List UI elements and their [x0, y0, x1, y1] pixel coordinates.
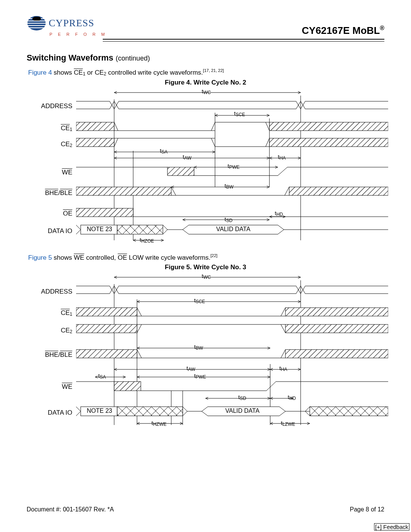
row-ce1: CE1: [27, 125, 72, 132]
svg-rect-2: [27, 21, 46, 21]
svg-rect-79: [310, 407, 388, 416]
label-tlzwe: tLZWE: [281, 420, 295, 427]
section-title: Switching Waveforms (continued): [27, 53, 384, 63]
label-tha: tHA: [278, 153, 286, 161]
svg-rect-58: [76, 324, 137, 333]
section-continued: (continued): [116, 54, 150, 62]
label-tpwe-2: tPWE: [194, 372, 206, 380]
figure4-description: Figure 4 shows CE1 or CE2 controlled wri…: [28, 68, 384, 77]
label-tsa: tSA: [160, 147, 167, 155]
figure5-description: Figure 5 shows WE controlled, OE LOW wri…: [28, 253, 384, 262]
cypress-logo: CYPRESS: [27, 15, 94, 31]
svg-rect-22: [76, 138, 114, 147]
label-valid-2: VALID DATA: [225, 407, 260, 414]
label-note23-2: NOTE 23: [87, 407, 112, 414]
row-address-2: ADDRESS: [27, 288, 72, 296]
brand-text: CYPRESS: [49, 18, 94, 29]
svg-rect-34: [76, 187, 171, 195]
label-thzoe: tHZOE: [140, 236, 154, 244]
cypress-globe-icon: [27, 15, 46, 31]
row-data: DATA IO: [27, 227, 72, 235]
label-taw-2: tAW: [186, 365, 195, 372]
figure5-link[interactable]: Figure 5: [28, 254, 52, 261]
page-number: Page 8 of 12: [350, 506, 384, 513]
row-oe: OE: [27, 210, 72, 217]
svg-rect-35: [289, 187, 388, 195]
row-address: ADDRESS: [27, 102, 72, 110]
row-data-2: DATA IO: [27, 409, 72, 417]
label-tha-2: tHA: [279, 365, 287, 372]
label-twc-2: tWC: [202, 273, 211, 280]
label-tsce: tSCE: [234, 110, 245, 117]
row-we: WE: [27, 169, 72, 176]
label-valid-1: VALID DATA: [216, 226, 250, 233]
figure5-caption: Figure 5. Write Cycle No. 3: [27, 264, 384, 271]
row-we-2: WE: [27, 383, 72, 391]
label-tsce-2: tSCE: [194, 297, 205, 304]
label-taw: tAW: [183, 153, 191, 161]
svg-rect-18: [269, 122, 388, 131]
label-note23-1: NOTE 23: [87, 226, 112, 233]
doc-number: Document #: 001-15607 Rev. *A: [27, 506, 114, 513]
page-footer: Document #: 001-15607 Rev. *A Page 8 of …: [27, 506, 384, 513]
logo-block: CYPRESS P E R F O R M: [27, 15, 107, 37]
svg-rect-43: [117, 225, 163, 234]
page-header: CYPRESS P E R F O R M CY62167E MoBL®: [27, 15, 384, 37]
label-twc: tWC: [202, 88, 211, 95]
svg-rect-63: [285, 350, 388, 358]
figure4-caption: Figure 4. Write Cycle No. 2: [27, 79, 384, 86]
svg-rect-55: [76, 308, 137, 316]
svg-rect-38: [76, 208, 133, 217]
svg-rect-70: [114, 382, 141, 391]
svg-rect-59: [285, 324, 388, 333]
tagline: P E R F O R M: [49, 32, 107, 37]
svg-rect-30: [167, 167, 194, 176]
part-text: CY62167E MoBL: [302, 25, 380, 36]
label-tsd: tSD: [225, 216, 233, 223]
figure5-diagram: ADDRESS CE1 CE2 BHE/BLE WE DATA IO: [27, 273, 384, 436]
label-tbw-2: tBW: [194, 343, 203, 351]
label-tbw: tBW: [225, 182, 234, 190]
svg-rect-5: [27, 27, 46, 28]
header-rule: [103, 39, 384, 42]
part-number: CY62167E MoBL®: [302, 25, 384, 37]
label-tpwe: tPWE: [228, 163, 240, 170]
svg-rect-4: [27, 25, 46, 26]
row-bhe-2: BHE/BLE: [27, 351, 72, 359]
svg-rect-3: [27, 23, 46, 24]
row-ce2-2: CE2: [27, 327, 72, 334]
label-thd: tHD: [275, 210, 283, 217]
svg-rect-17: [76, 122, 114, 131]
label-tsa-2: tSA: [98, 372, 106, 380]
row-ce1-2: CE1: [27, 309, 72, 317]
label-thzwe: tHZWE: [151, 420, 167, 427]
svg-rect-56: [285, 308, 388, 316]
svg-rect-23: [269, 138, 388, 147]
figure4-link[interactable]: Figure 4: [28, 69, 52, 76]
registered-mark: ®: [380, 25, 384, 31]
svg-rect-62: [76, 350, 137, 358]
row-bhe: BHE/BLE: [27, 189, 72, 197]
figure4-diagram: ADDRESS CE1 CE2 WE BHE/BLE OE DATA IO: [27, 88, 384, 248]
svg-rect-76: [117, 407, 183, 416]
label-thd-2: tHD: [288, 394, 296, 401]
section-title-text: Switching Waveforms: [27, 53, 113, 62]
label-tsd-2: tSD: [238, 394, 246, 401]
feedback-button[interactable]: [+] Feedback: [374, 523, 409, 530]
row-ce2: CE2: [27, 141, 72, 148]
